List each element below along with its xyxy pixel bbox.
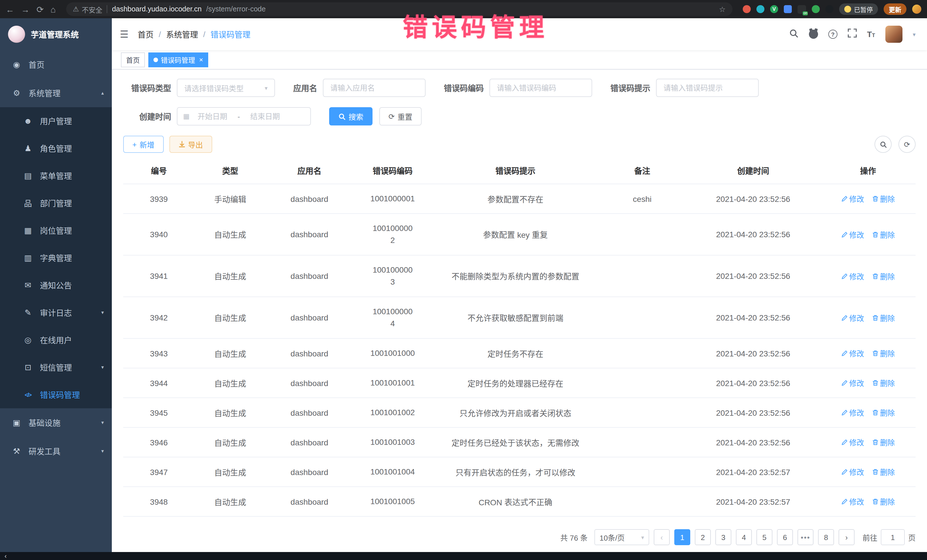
address-bar[interactable]: ⚠ 不安全 dashboard.yudao.iocoder.cn/system/… xyxy=(66,2,732,16)
delete-button[interactable]: 删除 xyxy=(872,348,895,359)
navbar-icons: ? TT ▾ xyxy=(789,26,916,43)
delete-button[interactable]: 删除 xyxy=(872,407,895,418)
browser-profile-avatar[interactable] xyxy=(912,5,921,14)
sidebar-item-dict[interactable]: ▥ 字典管理 xyxy=(0,244,112,272)
sidebar-item-role[interactable]: ♟ 角色管理 xyxy=(0,135,112,162)
export-button[interactable]: 导出 xyxy=(169,136,212,153)
sidebar-item-menu[interactable]: ▤ 菜单管理 xyxy=(0,162,112,189)
edit-button[interactable]: 修改 xyxy=(841,312,864,323)
sidebar-item-online-user[interactable]: ◎ 在线用户 xyxy=(0,326,112,354)
hamburger-icon[interactable]: ☰ xyxy=(120,28,129,40)
extension-icon-grid[interactable] xyxy=(784,5,792,13)
extension-icon-red[interactable] xyxy=(743,5,751,13)
browser-forward-icon[interactable]: → xyxy=(21,5,30,14)
delete-button[interactable]: 删除 xyxy=(872,312,895,323)
pagination-page-3[interactable]: 3 xyxy=(715,529,731,545)
sidebar-item-home[interactable]: ◉ 首页 xyxy=(0,50,112,79)
page-size-select[interactable]: 10条/页 ▾ xyxy=(594,529,649,545)
tab-close-icon[interactable]: × xyxy=(199,56,203,64)
extension-icon-v[interactable]: V xyxy=(770,5,778,13)
date-start-input[interactable] xyxy=(192,112,233,121)
delete-button[interactable]: 删除 xyxy=(872,229,895,240)
help-icon[interactable]: ? xyxy=(828,30,837,39)
sidebar-item-sms[interactable]: ⊡ 短信管理 ▾ xyxy=(0,354,112,381)
filter-group-app: 应用名 xyxy=(293,79,426,97)
user-avatar[interactable] xyxy=(885,26,903,43)
extension-icons: V on 已暂停 更新 xyxy=(743,3,921,15)
edit-button[interactable]: 修改 xyxy=(841,496,864,507)
breadcrumb-item[interactable]: 首页 xyxy=(138,29,154,40)
tab-active[interactable]: 错误码管理× xyxy=(148,52,208,67)
cell-actions: 修改 删除 xyxy=(821,214,916,255)
sidebar-item-devtool[interactable]: ⚒ 研发工具 ▾ xyxy=(0,437,112,465)
bookmark-star-icon[interactable]: ☆ xyxy=(719,5,726,14)
refresh-table-button[interactable]: ⟳ xyxy=(898,136,916,153)
extension-icon-green[interactable] xyxy=(812,5,820,13)
delete-button[interactable]: 删除 xyxy=(872,270,895,281)
pagination-page-4[interactable]: 4 xyxy=(736,529,752,545)
sidebar-item-dept[interactable]: 品 部门管理 xyxy=(0,189,112,217)
delete-button[interactable]: 删除 xyxy=(872,378,895,389)
extension-icon-on[interactable]: on xyxy=(798,5,806,14)
browser-home-icon[interactable]: ⌂ xyxy=(50,5,56,14)
app-name-input[interactable] xyxy=(323,79,426,97)
edit-button[interactable]: 修改 xyxy=(841,437,864,448)
pagination-prev-button[interactable]: ‹ xyxy=(654,529,670,545)
date-end-input[interactable] xyxy=(245,112,286,121)
edit-button[interactable]: 修改 xyxy=(841,229,864,240)
app-logo[interactable]: 芋道管理系统 xyxy=(0,18,112,50)
sidebar-item-label: 通知公告 xyxy=(40,279,72,291)
cell-app: dashboard xyxy=(266,398,353,427)
reset-button[interactable]: ⟳ 重置 xyxy=(379,107,422,126)
sidebar-collapse-icon[interactable]: ‹ xyxy=(5,553,6,559)
browser-reload-icon[interactable]: ⟳ xyxy=(36,5,44,14)
pagination-page-6[interactable]: 6 xyxy=(777,529,793,545)
delete-button[interactable]: 删除 xyxy=(872,193,895,204)
sidebar-item-error-code[interactable]: </> 错误码管理 xyxy=(0,381,112,408)
goto-page-input[interactable] xyxy=(881,529,905,545)
search-button[interactable]: 搜索 xyxy=(329,107,372,126)
pagination-page-1[interactable]: 1 xyxy=(674,529,690,545)
paused-badge[interactable]: 已暂停 xyxy=(839,3,878,15)
error-code-input[interactable] xyxy=(489,79,592,97)
main-area: ☰ 首页/系统管理/错误码管理 ? TT ▾ 首页错误码管理× xyxy=(112,18,927,560)
error-type-select[interactable]: 请选择错误码类型 ▾ xyxy=(177,79,275,97)
extension-icon-teal[interactable] xyxy=(757,5,764,13)
search-icon[interactable] xyxy=(789,28,799,40)
pagination-next-button[interactable]: › xyxy=(839,529,854,545)
pagination-ellipsis[interactable]: ••• xyxy=(798,529,813,545)
edit-button[interactable]: 修改 xyxy=(841,270,864,281)
pagination-page-8[interactable]: 8 xyxy=(818,529,834,545)
sidebar-item-audit-log[interactable]: ✎ 审计日志 ▾ xyxy=(0,299,112,326)
toggle-search-button[interactable] xyxy=(874,136,892,153)
extension-icon-dark[interactable] xyxy=(825,5,833,13)
edit-button[interactable]: 修改 xyxy=(841,348,864,359)
edit-button[interactable]: 修改 xyxy=(841,378,864,389)
chevron-down-icon[interactable]: ▾ xyxy=(913,31,916,37)
github-icon[interactable] xyxy=(809,30,818,39)
date-range-picker[interactable]: ▦ - xyxy=(177,107,311,126)
sidebar-item-post[interactable]: ▦ 岗位管理 xyxy=(0,217,112,244)
edit-button[interactable]: 修改 xyxy=(841,407,864,418)
delete-button[interactable]: 删除 xyxy=(872,496,895,507)
fullscreen-icon[interactable] xyxy=(848,29,857,40)
sidebar-item-user[interactable]: ☻ 用户管理 xyxy=(0,107,112,135)
pagination-page-2[interactable]: 2 xyxy=(695,529,711,545)
add-button[interactable]: + 新增 xyxy=(123,136,163,153)
edit-button[interactable]: 修改 xyxy=(841,466,864,477)
font-size-icon[interactable]: TT xyxy=(867,30,875,39)
error-hint-input[interactable] xyxy=(656,79,759,97)
delete-button[interactable]: 删除 xyxy=(872,437,895,448)
pagination-page-5[interactable]: 5 xyxy=(757,529,772,545)
browser-update-button[interactable]: 更新 xyxy=(884,3,906,15)
sidebar-item-infra[interactable]: ▣ 基础设施 ▾ xyxy=(0,408,112,437)
sidebar-item-notice[interactable]: ✉ 通知公告 xyxy=(0,272,112,299)
edit-button[interactable]: 修改 xyxy=(841,193,864,204)
delete-link-label: 删除 xyxy=(880,229,895,240)
security-chip[interactable]: ⚠ 不安全 xyxy=(73,4,102,14)
browser-back-icon[interactable]: ← xyxy=(6,5,14,14)
delete-button[interactable]: 删除 xyxy=(872,466,895,477)
tab[interactable]: 首页 xyxy=(121,52,145,67)
sidebar-item-system[interactable]: ⚙ 系统管理 ▴ xyxy=(0,79,112,107)
breadcrumb-item[interactable]: 系统管理 xyxy=(166,29,198,40)
